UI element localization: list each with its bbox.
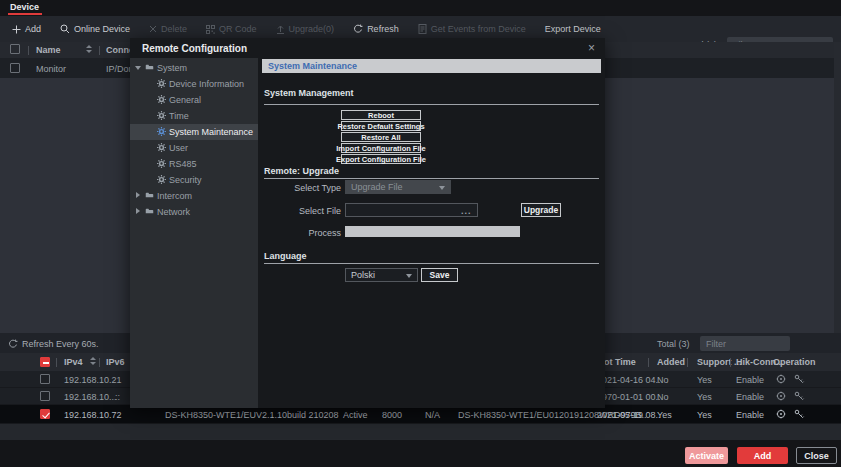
import-configuration-file-button[interactable]: Import Configuration File bbox=[341, 143, 421, 153]
column-separator bbox=[730, 358, 731, 367]
section-language: Language bbox=[264, 251, 307, 261]
gear-icon bbox=[157, 111, 166, 122]
select-file-input[interactable] bbox=[345, 203, 478, 217]
browse-button[interactable]: ... bbox=[461, 206, 472, 216]
plus-icon bbox=[12, 25, 21, 34]
export-configuration-file-button[interactable]: Export Configuration File bbox=[341, 154, 421, 164]
added-cell: Yes bbox=[657, 410, 672, 420]
tree-item-system-maintenance[interactable]: System Maintenance bbox=[130, 124, 258, 140]
select-type-dropdown[interactable]: Upgrade File bbox=[345, 180, 451, 194]
key-icon[interactable] bbox=[794, 409, 804, 421]
tree-item-security[interactable]: Security bbox=[130, 172, 258, 188]
key-icon[interactable] bbox=[794, 374, 804, 386]
upgrade-file-button[interactable]: Upgrade bbox=[521, 203, 561, 217]
firmware-cell: V2.1.10build 210208 bbox=[256, 410, 339, 420]
select-all-checkbox-online[interactable] bbox=[40, 357, 50, 367]
key-icon[interactable] bbox=[794, 391, 804, 403]
online-total-count: Total (3) bbox=[657, 339, 690, 349]
online-device-button[interactable]: Online Device bbox=[60, 24, 130, 34]
online-filter-input[interactable] bbox=[700, 336, 790, 351]
select-type-label: Select Type bbox=[264, 183, 341, 193]
chevron-down-icon[interactable] bbox=[135, 66, 141, 70]
hik-connect-cell: Enable bbox=[736, 375, 764, 385]
divider bbox=[264, 263, 599, 264]
port-cell: 8000 bbox=[382, 410, 402, 420]
document-icon bbox=[418, 24, 427, 34]
language-dropdown[interactable]: Polski bbox=[345, 268, 418, 282]
remote-config-icon[interactable] bbox=[776, 409, 786, 421]
added-cell: No bbox=[657, 375, 669, 385]
activate-button[interactable]: Activate bbox=[685, 447, 728, 464]
tree-item-system[interactable]: System bbox=[130, 60, 258, 76]
row-checkbox[interactable] bbox=[40, 391, 50, 401]
export-device-button[interactable]: Export Device bbox=[545, 24, 601, 34]
chevron-down-icon bbox=[406, 274, 412, 278]
ipv4-cell: 192.168.10... bbox=[64, 392, 117, 402]
chevron-right-icon[interactable] bbox=[136, 208, 140, 214]
search-icon bbox=[60, 24, 70, 34]
upgrade-button[interactable]: Upgrade(0) bbox=[276, 24, 335, 34]
tree-item-device-information[interactable]: Device Information bbox=[130, 76, 258, 92]
ipv4-cell: 192.168.10.72 bbox=[64, 410, 122, 420]
qr-code-icon bbox=[206, 25, 215, 34]
restore-default-settings-button[interactable]: Restore Default Settings bbox=[341, 121, 421, 131]
save-language-button[interactable]: Save bbox=[421, 268, 458, 282]
refresh-icon bbox=[8, 339, 18, 351]
process-label: Process bbox=[264, 228, 341, 238]
gear-icon bbox=[157, 175, 166, 186]
sort-icon[interactable] bbox=[86, 45, 92, 53]
sort-icon[interactable] bbox=[90, 357, 96, 365]
remote-config-icon[interactable] bbox=[776, 391, 786, 403]
delete-button[interactable]: Delete bbox=[149, 24, 187, 34]
column-separator bbox=[99, 46, 100, 55]
column-ipv4[interactable]: IPv4 bbox=[64, 357, 83, 367]
select-all-checkbox[interactable] bbox=[10, 44, 20, 54]
section-system-management: System Management bbox=[264, 88, 354, 98]
hik-connect-cell: Enable bbox=[736, 410, 764, 420]
remote-configuration-dialog: Remote Configuration × System Device Inf… bbox=[130, 38, 605, 408]
refresh-every-label: Refresh Every 60s. bbox=[22, 339, 99, 349]
tree-item-intercom[interactable]: Intercom bbox=[130, 188, 258, 204]
column-separator bbox=[99, 358, 100, 367]
tree-item-user[interactable]: User bbox=[130, 140, 258, 156]
refresh-button[interactable]: Refresh bbox=[353, 24, 399, 34]
column-added[interactable]: Added bbox=[657, 357, 685, 367]
gear-icon bbox=[157, 159, 166, 170]
hik-connect-cell: Enable bbox=[736, 392, 764, 402]
tree-item-network[interactable]: Network bbox=[130, 204, 258, 220]
row-checkbox[interactable] bbox=[10, 63, 20, 73]
dialog-title: Remote Configuration bbox=[142, 43, 247, 54]
folder-icon bbox=[145, 191, 154, 201]
section-remote-upgrade: Remote: Upgrade bbox=[264, 166, 339, 176]
column-support[interactable]: Support ... bbox=[697, 357, 742, 367]
divider bbox=[264, 178, 599, 179]
boot-time-cell: 2021-05-19 08.. bbox=[597, 410, 661, 420]
remote-config-icon[interactable] bbox=[776, 374, 786, 386]
tree-item-general[interactable]: General bbox=[130, 92, 258, 108]
close-icon[interactable]: × bbox=[588, 41, 595, 55]
boot-time-cell: 2021-04-16 04.. bbox=[597, 375, 661, 385]
tree-item-rs485[interactable]: RS485 bbox=[130, 156, 258, 172]
close-button[interactable]: Close bbox=[796, 447, 837, 464]
reboot-button[interactable]: Reboot bbox=[341, 110, 421, 120]
scrollbar-track[interactable] bbox=[834, 42, 841, 333]
added-cell: No bbox=[657, 392, 669, 402]
column-ipv6[interactable]: IPv6 bbox=[106, 357, 125, 367]
add-device-button[interactable]: Add bbox=[12, 24, 41, 34]
column-separator bbox=[28, 46, 29, 55]
ipv6-cell: :: bbox=[115, 392, 120, 402]
add-button[interactable]: Add bbox=[737, 447, 788, 464]
qr-code-button[interactable]: QR Code bbox=[206, 24, 257, 34]
row-checkbox-checked[interactable] bbox=[40, 409, 50, 419]
device-model-cell: DS-KH8350-WTE1/EU bbox=[165, 410, 256, 420]
tree-item-time[interactable]: Time bbox=[130, 108, 258, 124]
row-checkbox[interactable] bbox=[40, 374, 50, 384]
chevron-right-icon[interactable] bbox=[136, 192, 140, 198]
column-separator bbox=[648, 358, 649, 367]
restore-all-button[interactable]: Restore All bbox=[341, 132, 421, 142]
column-name[interactable]: Name bbox=[36, 45, 61, 55]
tab-device[interactable]: Device bbox=[10, 2, 39, 12]
column-operation[interactable]: Operation bbox=[773, 357, 816, 367]
get-events-button[interactable]: Get Events from Device bbox=[418, 24, 526, 34]
upload-icon bbox=[276, 25, 285, 34]
